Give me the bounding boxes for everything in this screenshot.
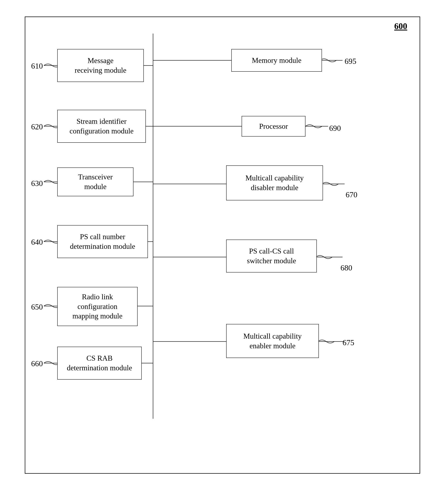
label-610: 610: [31, 61, 43, 70]
diagram-container: 600: [25, 17, 420, 474]
label-680: 680: [341, 263, 352, 272]
box-650: Radio linkconfigurationmapping module: [57, 287, 138, 326]
box-675: Multicall capabilityenabler module: [226, 324, 319, 358]
box-610: Messagereceiving module: [57, 49, 144, 82]
box-630: Transceivermodule: [57, 167, 133, 196]
box-640: PS call numberdetermination module: [57, 225, 148, 258]
label-690: 690: [329, 123, 341, 133]
label-660: 660: [31, 359, 43, 368]
box-680: PS call-CS callswitcher module: [226, 240, 317, 272]
box-620: Stream identifierconfiguration module: [57, 110, 146, 143]
label-670: 670: [346, 190, 357, 199]
label-650: 650: [31, 302, 43, 311]
label-630: 630: [31, 179, 43, 188]
label-620: 620: [31, 122, 43, 131]
box-695: Memory module: [231, 49, 322, 72]
label-640: 640: [31, 237, 43, 246]
fig-number: 600: [394, 21, 407, 31]
box-690: Processor: [242, 116, 306, 137]
box-660: CS RABdetermination module: [57, 347, 142, 380]
box-670: Multicall capabilitydisabler module: [226, 165, 323, 201]
label-695: 695: [345, 57, 356, 66]
label-675: 675: [343, 338, 354, 347]
